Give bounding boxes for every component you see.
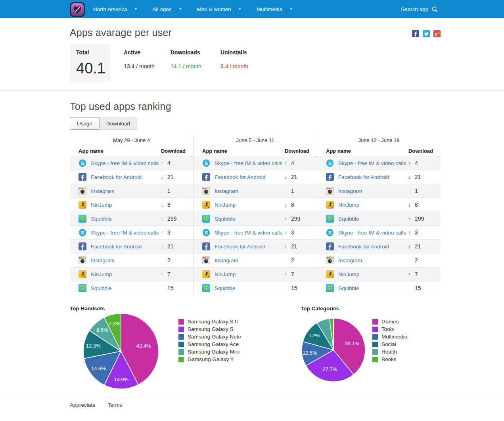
app-name-link[interactable]: Skype - free IM & video calls — [338, 230, 406, 236]
week-column-3: June 12 - June 19App nameDownloadSSkype … — [317, 135, 441, 295]
download-trend: 2 — [284, 257, 309, 263]
table-row: Facebook for Android↓21 — [317, 170, 441, 184]
footer-link-appreciate[interactable]: Appreciate — [70, 402, 96, 408]
legend-label: Samsung Galaxy S II — [188, 319, 238, 325]
app-name-link[interactable]: Instagram — [215, 258, 238, 263]
download-trend: ↑3 — [408, 229, 433, 236]
nav-item-north-america[interactable]: North America▼ — [93, 6, 137, 12]
apps-average-section: Apps avarage per user g+ Total40.1Active… — [70, 18, 441, 90]
app-name-link[interactable]: Instagram — [91, 188, 115, 194]
search-app-button[interactable]: Search app — [401, 6, 438, 13]
ninjump-app-icon — [326, 270, 334, 278]
download-value: 3 — [167, 229, 171, 236]
download-value: 299 — [291, 215, 300, 222]
app-name-link[interactable]: Facebook for Android — [91, 174, 142, 180]
page-title: Apps avarage per user — [70, 27, 441, 38]
app-name-link[interactable]: Skype - free IM & video calls — [338, 160, 406, 166]
trend-up-icon: ↑ — [408, 229, 415, 236]
squibble-app-icon — [79, 215, 86, 223]
social-share-bar: g+ — [412, 30, 441, 37]
trend-down-icon: ↓ — [408, 174, 415, 180]
chevron-down-icon: ▼ — [289, 8, 293, 11]
app-name-link[interactable]: Instagram — [215, 188, 238, 194]
pie-slice-label: 8.5% — [96, 327, 108, 333]
squibble-app-icon — [202, 215, 210, 223]
top-categories-chart-block: Top Categories 39.1%27.7%12.5%12% GamesT… — [301, 306, 441, 391]
tab-usage[interactable]: Usage — [70, 117, 100, 130]
svg-text:S: S — [81, 160, 84, 166]
pie-slice-label: 7.3% — [109, 321, 121, 327]
skype-app-icon: S — [202, 229, 210, 236]
download-value: 21 — [291, 174, 297, 180]
app-name-link[interactable]: Facebook for Android — [215, 174, 265, 180]
pie-slice-label: 42.4% — [136, 343, 151, 349]
app-name-link[interactable]: Skype - free IM & video calls — [215, 160, 282, 166]
pie-slice-label: 12.5% — [303, 350, 317, 356]
app-name-link[interactable]: Facebook for Android — [215, 244, 265, 250]
app-name-link[interactable]: NinJump — [338, 202, 359, 208]
nav-item-multimedia[interactable]: Multimedia▼ — [257, 6, 293, 12]
app-name-link[interactable]: Skype - free IM & video calls — [91, 160, 159, 166]
nav-item-all-ages[interactable]: All ages▼ — [152, 6, 182, 12]
table-row: Instagram2 — [317, 254, 441, 267]
skype-app-icon: S — [326, 159, 334, 167]
download-trend: ↓21 — [408, 174, 433, 180]
app-name-link[interactable]: Facebook for Android — [338, 174, 389, 180]
chevron-down-icon: ▼ — [238, 8, 241, 11]
table-row: Facebook for Android↓21 — [70, 240, 193, 254]
legend-swatch — [372, 357, 378, 362]
app-name-link[interactable]: Instagram — [91, 258, 115, 263]
pie-slice-label: 14.9% — [114, 377, 128, 383]
download-trend: ↓8 — [408, 202, 433, 208]
download-value: 4 — [167, 160, 171, 166]
download-value: 21 — [415, 174, 421, 180]
app-name-link[interactable]: NinJump — [215, 271, 236, 277]
app-name-link[interactable]: Squibble — [215, 285, 236, 291]
legend-item-samsung-galaxy-ace: Samsung Galaxy Ace — [178, 340, 241, 348]
app-name-link[interactable]: NinJump — [91, 271, 112, 277]
download-trend: ↓8 — [284, 202, 309, 208]
app-name-link[interactable]: Skype - free IM & video calls — [91, 230, 159, 236]
legend-label: Samsung Galaxy Ace — [188, 341, 239, 347]
app-name-link[interactable]: Skype - free IM & video calls — [215, 230, 282, 236]
svg-text:S: S — [328, 160, 332, 166]
legend-item-samsung-galaxy-note: Samsung Galaxy Note — [178, 333, 241, 340]
skype-app-icon: S — [79, 229, 86, 236]
app-name-link[interactable]: NinJump — [338, 271, 359, 277]
app-name-link[interactable]: NinJump — [215, 202, 236, 208]
download-trend: 15 — [284, 285, 309, 291]
column-headers: App nameDownload — [70, 146, 193, 156]
top-handsets-chart-block: Top Handsets 42.4%14.9%14.6%12.3%8.5%7.3… — [70, 306, 301, 391]
week-column-1: May 29 - June 4App nameDownloadSSkype - … — [70, 135, 194, 295]
table-row: NinJump↓8 — [317, 198, 441, 212]
download-trend: ↑3 — [284, 229, 309, 236]
trend-up-icon: ↑ — [161, 160, 167, 166]
app-name-link[interactable]: Facebook for Android — [91, 244, 142, 250]
app-name-link[interactable]: Instagram — [338, 188, 362, 194]
trend-up-icon: ↑ — [408, 160, 415, 166]
download-value: 4 — [291, 160, 294, 166]
download-trend: ↓21 — [408, 243, 433, 250]
download-value: 3 — [415, 229, 418, 236]
app-name-link[interactable]: Facebook for Android — [338, 244, 389, 250]
googleplus-share-icon[interactable]: g+ — [433, 30, 441, 37]
app-name-link[interactable]: Squibble — [338, 285, 359, 291]
tab-download[interactable]: Download — [99, 117, 137, 130]
app-name-link[interactable]: Squibble — [338, 216, 359, 222]
download-trend: 2 — [161, 257, 185, 263]
footer-link-terms[interactable]: Terms — [108, 402, 123, 408]
app-name-link[interactable]: Squibble — [91, 285, 112, 291]
app-name-link[interactable]: Instagram — [338, 258, 362, 263]
legend-label: Samsung Galaxy Note — [188, 334, 241, 340]
app-name-link[interactable]: Squibble — [215, 216, 236, 222]
stat-label: Active — [124, 49, 171, 56]
table-row: Instagram2 — [194, 254, 317, 267]
app-name-link[interactable]: NinJump — [91, 202, 112, 208]
download-trend: ↑7 — [408, 271, 433, 277]
nav-item-men-women[interactable]: Men & women▼ — [197, 6, 241, 12]
facebook-share-icon[interactable] — [412, 30, 419, 37]
trend-up-icon: ↑ — [408, 271, 415, 277]
app-name-link[interactable]: Squibble — [91, 216, 112, 222]
twitter-share-icon[interactable] — [423, 30, 430, 37]
app-logo[interactable] — [69, 2, 85, 17]
